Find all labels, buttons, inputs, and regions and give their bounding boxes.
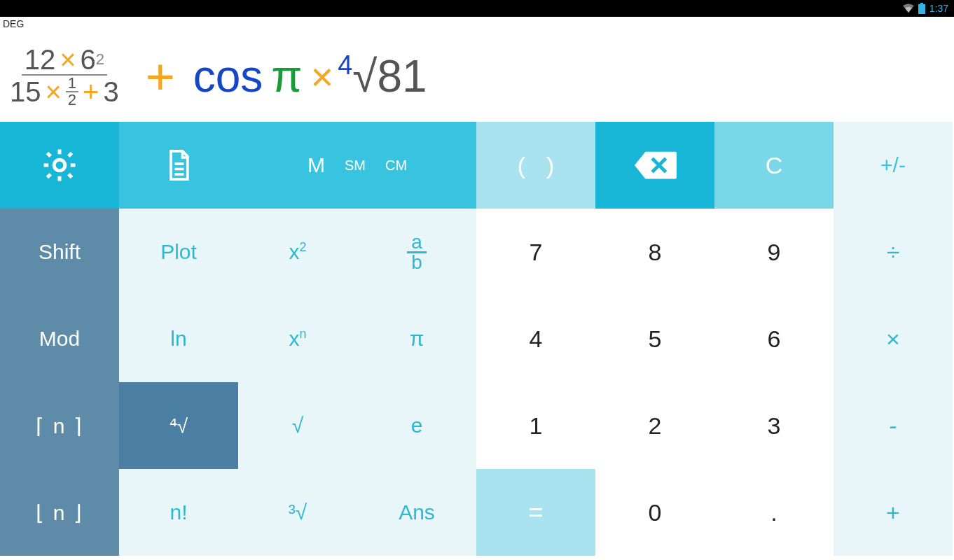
plus-minus-button[interactable]: +/-: [834, 122, 953, 209]
factorial-button[interactable]: n!: [119, 469, 238, 556]
root-index: 4: [338, 50, 352, 80]
memory-m-label: M: [307, 153, 325, 177]
digit-9-button[interactable]: 9: [714, 209, 834, 295]
frac-den-a: 15: [10, 77, 41, 106]
multiply-button[interactable]: ×: [834, 295, 953, 382]
nested-fraction: 1 2: [66, 76, 78, 108]
digit-0-button[interactable]: 0: [595, 469, 714, 556]
memory-button[interactable]: M SM CM: [238, 122, 476, 209]
backspace-icon: [633, 150, 677, 181]
nth-root-button[interactable]: ⁴√: [119, 382, 238, 469]
parentheses-button[interactable]: ( ): [476, 122, 595, 209]
decimal-button[interactable]: .: [714, 469, 834, 556]
expression-display: 12 × 6 2 15 × 1 2 + 3 + cos π × 4 √ 81: [0, 31, 954, 122]
ceiling-button[interactable]: ⌈ n ⌉: [0, 382, 119, 469]
svg-rect-1: [920, 3, 923, 4]
radical-icon: √: [352, 50, 377, 102]
svg-point-2: [54, 160, 65, 171]
digit-4-button[interactable]: 4: [476, 295, 595, 382]
fraction-icon: a b: [407, 233, 427, 270]
frac-num-a: 12: [25, 45, 56, 74]
shift-button[interactable]: Shift: [0, 209, 119, 295]
paren-open: (: [518, 152, 525, 179]
sqrt-button[interactable]: √: [238, 382, 357, 469]
wifi-icon: [903, 4, 914, 13]
cos-token: cos: [193, 50, 263, 102]
status-time: 1:37: [929, 3, 948, 14]
digit-6-button[interactable]: 6: [714, 295, 834, 382]
fraction-button[interactable]: a b: [357, 209, 476, 295]
multiply-icon: ×: [311, 54, 334, 99]
pi-token: π: [271, 50, 302, 102]
settings-button[interactable]: [0, 122, 119, 209]
memory-sm-label: SM: [345, 158, 366, 174]
add-button[interactable]: +: [834, 469, 953, 556]
status-bar: 1:37: [0, 0, 954, 17]
history-button[interactable]: [119, 122, 238, 209]
e-button[interactable]: e: [357, 382, 476, 469]
cube-root-button[interactable]: ³√: [238, 469, 357, 556]
floor-button[interactable]: ⌊ n ⌋: [0, 469, 119, 556]
paren-close: ): [546, 152, 554, 179]
document-icon: [163, 148, 194, 182]
digit-5-button[interactable]: 5: [595, 295, 714, 382]
backspace-button[interactable]: [595, 122, 714, 209]
fraction-expression: 12 × 6 2 15 × 1 2 + 3: [7, 45, 122, 108]
gear-icon: [41, 146, 78, 184]
svg-rect-0: [918, 4, 925, 14]
keypad: M SM CM ( ) C +/- Shift Plot x2 a b 7 8 …: [0, 122, 954, 556]
angle-mode-label: DEG: [0, 17, 954, 31]
subtract-button[interactable]: -: [834, 382, 953, 469]
ans-button[interactable]: Ans: [357, 469, 476, 556]
digit-3-button[interactable]: 3: [714, 382, 834, 469]
digit-8-button[interactable]: 8: [595, 209, 714, 295]
digit-7-button[interactable]: 7: [476, 209, 595, 295]
frac-num-exp: 2: [96, 51, 104, 67]
frac-den-c: 3: [103, 77, 118, 106]
plus-icon: +: [136, 48, 185, 105]
multiply-icon: ×: [46, 77, 62, 106]
memory-cm-label: CM: [385, 158, 407, 174]
digit-1-button[interactable]: 1: [476, 382, 595, 469]
x-squared-button[interactable]: x2: [238, 209, 357, 295]
divide-button[interactable]: ÷: [834, 209, 953, 295]
multiply-icon: ×: [60, 45, 76, 74]
digit-2-button[interactable]: 2: [595, 382, 714, 469]
x-power-n-button[interactable]: xn: [238, 295, 357, 382]
battery-icon: [918, 3, 925, 14]
ln-button[interactable]: ln: [119, 295, 238, 382]
clear-button[interactable]: C: [714, 122, 834, 209]
frac-num-b: 6: [81, 45, 96, 74]
radicand: 81: [377, 50, 427, 102]
plus-icon: +: [83, 77, 99, 106]
plot-button[interactable]: Plot: [119, 209, 238, 295]
pi-button[interactable]: π: [357, 295, 476, 382]
mod-button[interactable]: Mod: [0, 295, 119, 382]
equals-button[interactable]: =: [476, 469, 595, 556]
